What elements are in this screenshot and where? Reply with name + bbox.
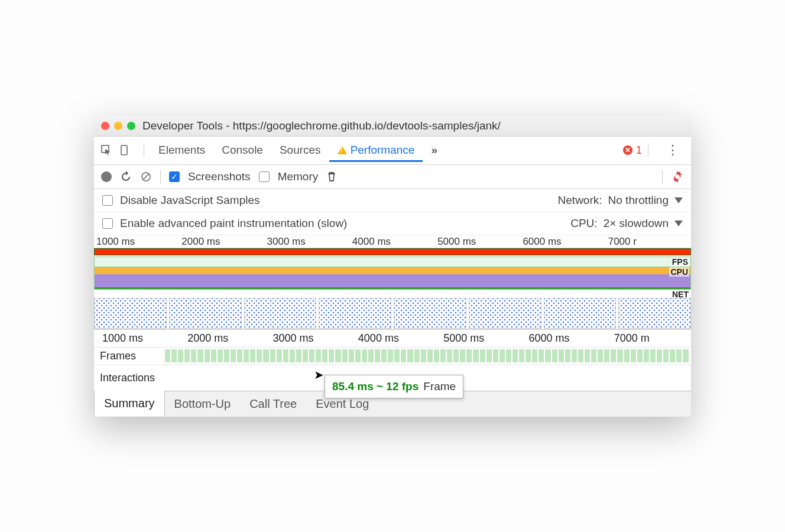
frame-cell[interactable]	[191, 349, 196, 362]
frame-cell[interactable]	[604, 349, 609, 362]
tab-sources[interactable]: Sources	[271, 139, 329, 161]
frame-cell[interactable]	[231, 349, 236, 362]
frame-cell[interactable]	[224, 349, 229, 362]
frame-cell[interactable]	[394, 349, 400, 362]
interactions-track[interactable]: Interactions ➤ 85.4 ms ~ 12 fps Frame	[94, 365, 691, 391]
frame-cell[interactable]	[388, 349, 393, 362]
error-count[interactable]: ✕ 1	[623, 144, 642, 157]
frame-cell[interactable]	[453, 349, 459, 362]
frame-cell[interactable]	[480, 349, 485, 362]
frame-cell[interactable]	[552, 349, 557, 362]
frame-cell[interactable]	[447, 349, 452, 362]
frame-cell[interactable]	[591, 349, 596, 362]
frame-cell[interactable]	[178, 349, 183, 362]
frame-cell[interactable]	[670, 349, 675, 362]
frame-cell[interactable]	[257, 349, 262, 362]
screenshot-thumb[interactable]	[469, 298, 541, 329]
frame-cell[interactable]	[283, 349, 288, 362]
frame-cell[interactable]	[466, 349, 472, 362]
main-area[interactable]: 1000 ms 2000 ms 3000 ms 4000 ms 5000 ms …	[94, 329, 691, 391]
frame-cell[interactable]	[250, 349, 255, 362]
frame-cell[interactable]	[263, 349, 268, 362]
frame-cell[interactable]	[559, 349, 564, 362]
frame-cell[interactable]	[663, 349, 669, 362]
frame-cell[interactable]	[624, 349, 630, 362]
frame-cell[interactable]	[545, 349, 550, 362]
frame-cell[interactable]	[631, 349, 636, 362]
frame-cell[interactable]	[440, 349, 446, 362]
frame-cell[interactable]	[493, 349, 498, 362]
main-ruler[interactable]: 1000 ms 2000 ms 3000 ms 4000 ms 5000 ms …	[94, 329, 691, 347]
screenshot-filmstrip[interactable]	[94, 297, 691, 329]
frame-cell[interactable]	[526, 349, 531, 362]
frame-cell[interactable]	[277, 349, 282, 362]
frame-cell[interactable]	[519, 349, 524, 362]
frame-cell[interactable]	[427, 349, 433, 362]
frame-cell[interactable]	[244, 349, 249, 362]
dropdown-icon[interactable]	[674, 220, 683, 226]
screenshot-thumb[interactable]	[319, 298, 391, 329]
frame-cell[interactable]	[460, 349, 465, 362]
frame-cell[interactable]	[539, 349, 544, 362]
frame-cell[interactable]	[617, 349, 622, 362]
frame-cell[interactable]	[355, 349, 361, 362]
device-toolbar-icon[interactable]	[119, 144, 132, 157]
frame-cell[interactable]	[218, 349, 223, 362]
frame-cell[interactable]	[171, 349, 177, 362]
screenshot-thumb[interactable]	[94, 298, 167, 329]
frame-cell[interactable]	[407, 349, 413, 362]
frame-cell[interactable]	[368, 349, 374, 362]
frame-cell[interactable]	[506, 349, 511, 362]
frame-cell[interactable]	[205, 349, 210, 362]
disable-js-samples-checkbox[interactable]	[102, 195, 113, 206]
screenshots-checkbox[interactable]	[169, 171, 180, 182]
frame-cell[interactable]	[316, 349, 321, 362]
frame-cell[interactable]	[657, 349, 662, 362]
reload-record-button[interactable]	[120, 171, 132, 183]
frame-cell[interactable]	[303, 349, 308, 362]
overview-pane[interactable]: 1000 ms 2000 ms 3000 ms 4000 ms 5000 ms …	[94, 235, 691, 329]
cpu-throttle-select[interactable]: 2× slowdown	[604, 217, 669, 230]
frames-track[interactable]: Frames	[94, 347, 691, 365]
frames-strip[interactable]	[163, 349, 691, 362]
frame-cell[interactable]	[565, 349, 570, 362]
network-throttle-select[interactable]: No throttling	[608, 194, 669, 207]
tab-console[interactable]: Console	[213, 139, 271, 161]
frame-cell[interactable]	[401, 349, 406, 362]
gc-button[interactable]	[326, 171, 337, 183]
clear-button[interactable]	[140, 171, 152, 183]
frame-cell[interactable]	[381, 349, 387, 362]
minimize-window-button[interactable]	[114, 122, 122, 130]
frame-cell[interactable]	[421, 349, 426, 362]
frame-cell[interactable]	[165, 349, 170, 362]
frame-cell[interactable]	[486, 349, 492, 362]
frame-cell[interactable]	[585, 349, 590, 362]
record-button[interactable]	[101, 171, 112, 182]
memory-checkbox[interactable]	[259, 171, 270, 182]
close-window-button[interactable]	[101, 122, 109, 130]
tab-elements[interactable]: Elements	[150, 139, 213, 161]
frame-cell[interactable]	[335, 349, 340, 362]
frame-cell[interactable]	[329, 349, 334, 362]
screenshot-thumb[interactable]	[244, 298, 317, 329]
frame-cell[interactable]	[309, 349, 314, 362]
frame-cell[interactable]	[676, 349, 682, 362]
tabs-overflow[interactable]: »	[423, 139, 446, 161]
frame-cell[interactable]	[644, 349, 649, 362]
inspect-icon[interactable]	[100, 144, 113, 157]
frame-cell[interactable]	[211, 349, 216, 362]
screenshot-thumb[interactable]	[618, 298, 691, 329]
screenshot-thumb[interactable]	[544, 298, 617, 329]
dropdown-icon[interactable]	[674, 197, 683, 203]
frame-cell[interactable]	[322, 349, 327, 362]
frame-cell[interactable]	[572, 349, 577, 362]
frame-cell[interactable]	[637, 349, 643, 362]
frame-cell[interactable]	[611, 349, 616, 362]
frame-cell[interactable]	[362, 349, 367, 362]
frame-cell[interactable]	[349, 349, 354, 362]
tab-call-tree[interactable]: Call Tree	[240, 391, 306, 417]
zoom-window-button[interactable]	[127, 122, 135, 130]
frame-cell[interactable]	[650, 349, 656, 362]
frame-cell[interactable]	[683, 349, 688, 362]
frame-cell[interactable]	[237, 349, 242, 362]
